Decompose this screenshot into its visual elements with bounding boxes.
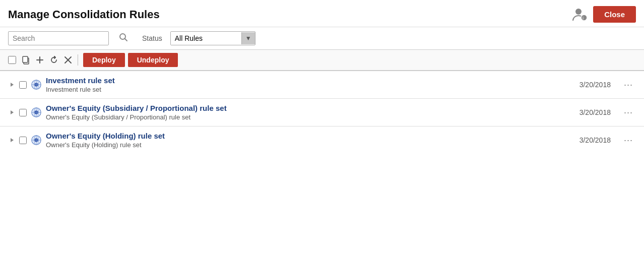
rule-title[interactable]: Investment rule set (46, 76, 115, 85)
svg-point-0 (575, 9, 582, 15)
svg-point-1 (581, 15, 587, 21)
action-bar: Deploy Undeploy (0, 50, 644, 71)
select-arrow-icon: ▼ (241, 32, 255, 44)
copy-icon (21, 55, 30, 65)
page-title: Manage Consolidation Rules (8, 8, 160, 21)
add-button[interactable] (33, 54, 46, 66)
rule-icon (31, 79, 42, 90)
rule-description: Owner's Equity (Holding) rule set (46, 141, 560, 149)
rule-icon (31, 135, 42, 146)
more-options-button[interactable]: ··· (621, 134, 636, 147)
row-checkbox[interactable] (19, 109, 27, 116)
chevron-right-icon (9, 109, 15, 115)
search-button[interactable] (117, 32, 130, 45)
rule-description: Investment rule set (46, 86, 560, 93)
rule-title[interactable]: Owner's Equity (Holding) rule set (46, 132, 165, 140)
undeploy-button[interactable]: Undeploy (128, 53, 178, 67)
add-icon (35, 55, 44, 65)
rule-icon (31, 107, 42, 118)
header-actions: i Close (572, 6, 636, 23)
copy-button[interactable] (19, 54, 32, 66)
rule-title[interactable]: Owner's Equity (Subsidiary / Proportiona… (46, 104, 227, 112)
search-icon (119, 33, 128, 42)
page-header: Manage Consolidation Rules i Close (0, 0, 644, 27)
svg-marker-11 (11, 83, 14, 87)
table-row: Owner's Equity (Subsidiary / Proportiona… (0, 99, 644, 126)
rule-description: Owner's Equity (Subsidiary / Proportiona… (46, 113, 560, 121)
status-select[interactable]: All Rules Deployed Undeployed (171, 32, 241, 45)
svg-marker-17 (11, 110, 14, 114)
deploy-button[interactable]: Deploy (83, 53, 125, 67)
row-checkbox[interactable] (19, 81, 27, 89)
search-input[interactable] (8, 31, 109, 45)
refresh-icon (49, 55, 58, 65)
svg-rect-6 (23, 56, 28, 62)
rule-content: Owner's Equity (Holding) rule set Owner'… (46, 132, 560, 149)
refresh-button[interactable] (47, 54, 60, 66)
user-icon: i (572, 7, 588, 23)
status-label: Status (142, 34, 162, 42)
chevron-right-icon (9, 82, 15, 88)
more-options-button[interactable]: ··· (621, 106, 636, 119)
svg-line-4 (125, 39, 127, 41)
toolbar: Status All Rules Deployed Undeployed ▼ (0, 27, 644, 50)
select-all-checkbox[interactable] (8, 56, 16, 64)
row-checkbox[interactable] (19, 137, 27, 144)
more-options-button[interactable]: ··· (621, 79, 636, 91)
svg-text:i: i (583, 16, 584, 21)
status-select-wrap: All Rules Deployed Undeployed ▼ (170, 31, 255, 45)
rule-date: 3/20/2018 (560, 136, 611, 144)
table-row: Investment rule set Investment rule set … (0, 71, 644, 99)
toolbar-separator (78, 54, 78, 66)
rule-date: 3/20/2018 (560, 108, 611, 116)
delete-button[interactable] (61, 54, 75, 66)
delete-icon (63, 55, 73, 65)
rule-list: Investment rule set Investment rule set … (0, 71, 644, 154)
rule-content: Owner's Equity (Subsidiary / Proportiona… (46, 104, 560, 121)
rule-date: 3/20/2018 (560, 81, 611, 89)
chevron-right-icon (9, 137, 15, 143)
svg-marker-23 (11, 138, 14, 142)
rule-content: Investment rule set Investment rule set (46, 76, 560, 93)
close-button[interactable]: Close (593, 6, 636, 23)
expand-arrow[interactable] (8, 136, 16, 144)
expand-arrow[interactable] (8, 108, 16, 116)
expand-arrow[interactable] (8, 81, 16, 89)
table-row: Owner's Equity (Holding) rule set Owner'… (0, 126, 644, 154)
